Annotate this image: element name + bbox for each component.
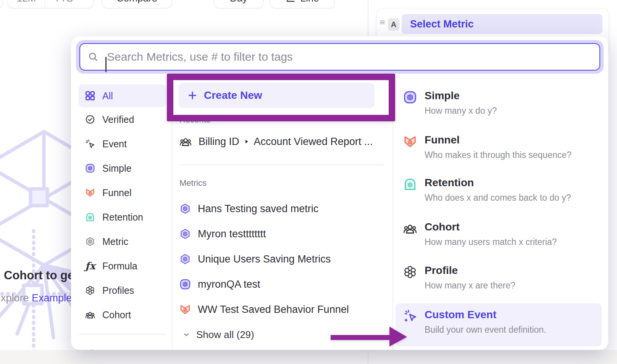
- search-icon: [88, 52, 99, 62]
- canvas-heading-fragment: Cohort to ge: [4, 269, 74, 282]
- metric-list-item[interactable]: WW Test Saved Behavior Funnel: [179, 300, 388, 319]
- event-cursor-icon: [85, 139, 95, 149]
- explore-text-fragment: xplore: [1, 292, 29, 304]
- simple-metric-icon: [403, 90, 417, 104]
- metric-hexagon-icon: [85, 237, 95, 246]
- metric-list-item[interactable]: Myron testttttttt: [179, 225, 388, 243]
- funnel-icon: [403, 135, 417, 148]
- type-custom-event[interactable]: Custom Event Build your own event defini…: [396, 306, 602, 341]
- series-a-badge: A: [388, 18, 399, 31]
- custom-event-sparkle-cursor-icon: [403, 309, 417, 323]
- range-ytd-button[interactable]: YTD: [45, 0, 93, 8]
- verified-seal-icon: [85, 114, 95, 124]
- example-link[interactable]: Example: [32, 292, 72, 304]
- metric-hexagon-icon: [179, 203, 191, 214]
- toolbar-edge-button[interactable]: [0, 0, 3, 8]
- simple-metric-icon: [179, 279, 191, 290]
- sidebar-item-simple[interactable]: Simple: [79, 158, 166, 178]
- simple-metric-icon: [85, 163, 95, 173]
- metric-hexagon-icon: [179, 228, 191, 240]
- recents-divider: [179, 164, 384, 165]
- cohort-people-icon: [85, 310, 95, 320]
- compare-button[interactable]: Compare: [102, 0, 172, 8]
- drag-handle-icon[interactable]: [379, 19, 386, 26]
- chart-type-line-button[interactable]: Line: [270, 0, 335, 8]
- tag-icon: [85, 349, 95, 350]
- sidebar-item-verified[interactable]: Verified: [79, 110, 166, 129]
- select-metric-button[interactable]: Select Metric: [402, 14, 602, 34]
- formula-fx-icon: ƒx: [85, 260, 95, 272]
- page-bottom-strip: [0, 350, 617, 364]
- recent-item[interactable]: Billing ID Account Viewed Report ...: [179, 132, 388, 151]
- type-simple[interactable]: Simple How many x do y?: [396, 87, 602, 122]
- cohort-people-icon: [179, 135, 192, 148]
- chevron-down-icon: [77, 0, 84, 2]
- range-12m-button[interactable]: 12M: [8, 0, 45, 8]
- profiles-cluster-icon: [85, 285, 95, 295]
- funnel-icon: [85, 188, 95, 198]
- metric-list-item[interactable]: myronQA test: [179, 275, 388, 293]
- metric-list-item[interactable]: Hans Testing saved metric: [179, 200, 388, 218]
- profiles-cluster-icon: [403, 265, 417, 279]
- grid-icon: [85, 91, 95, 101]
- annotation-arrow: [328, 324, 409, 351]
- canvas-explore-line: xplore Example: [1, 292, 72, 304]
- search-input[interactable]: [107, 45, 596, 68]
- sidebar-item-retention[interactable]: Retention: [79, 207, 166, 227]
- breadcrumb-arrow-icon: [243, 138, 250, 145]
- sidebar-item-metric[interactable]: Metric: [79, 232, 166, 251]
- retention-icon: [85, 212, 95, 222]
- type-cohort[interactable]: Cohort How many users match x criteria?: [396, 219, 602, 253]
- search-box: [79, 43, 600, 71]
- sidebar-item-tags[interactable]: Tags: [79, 344, 166, 350]
- line-chart-icon: [286, 0, 296, 3]
- type-retention[interactable]: Retention Who does x and comes back to d…: [396, 174, 602, 209]
- type-profile[interactable]: Profile How many x are there?: [396, 262, 602, 296]
- chevron-down-icon: [182, 330, 191, 339]
- show-all-button[interactable]: Show all (29): [182, 326, 254, 343]
- metric-list-item[interactable]: Unique Users Saving Metrics: [179, 250, 388, 268]
- cohort-people-icon: [403, 222, 417, 235]
- sidebar-item-profiles[interactable]: Profiles: [79, 280, 166, 300]
- retention-icon: [403, 177, 417, 191]
- annotation-highlight-rectangle: [167, 74, 395, 121]
- funnel-icon: [179, 304, 191, 315]
- text-caret: [105, 57, 107, 72]
- granularity-day-button[interactable]: Day: [214, 0, 263, 8]
- type-funnel[interactable]: Funnel Who makes it through this sequenc…: [396, 132, 602, 166]
- sidebar-item-event[interactable]: Event: [79, 134, 166, 154]
- metric-hexagon-icon: [179, 253, 191, 265]
- app-root: Cohort to ge xplore Example 12M YTD Comp…: [0, 0, 617, 364]
- sidebar-item-cohort[interactable]: Cohort: [79, 305, 166, 325]
- metrics-header: Metrics: [179, 178, 207, 188]
- sidebar-divider: [79, 334, 166, 335]
- sidebar-item-all[interactable]: All: [79, 84, 166, 107]
- select-metric-label: Select Metric: [410, 18, 474, 30]
- sidebar-item-formula[interactable]: ƒx Formula: [79, 256, 166, 276]
- date-range-group: 12M YTD: [8, 0, 94, 8]
- sidebar-item-funnel[interactable]: Funnel: [79, 183, 166, 203]
